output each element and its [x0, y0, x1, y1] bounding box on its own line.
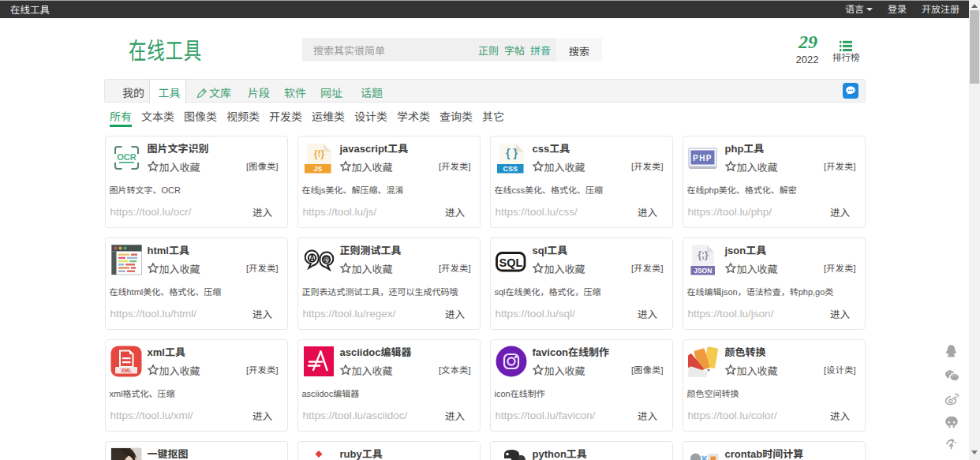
svg-text:CSS: CSS [503, 165, 518, 173]
svg-text:JSON: JSON [694, 267, 712, 275]
svg-text:JS: JS [313, 165, 322, 173]
svg-text:{!}: {!} [314, 148, 325, 159]
svg-text:{;}: {;} [698, 249, 709, 260]
svg-text:{ }: { } [506, 147, 518, 159]
svg-text:到: 到 [323, 253, 331, 264]
svg-text:PHP: PHP [693, 154, 713, 163]
svg-text:OCR: OCR [117, 152, 137, 162]
svg-text:XML: XML [121, 368, 132, 373]
svg-text:A: A [309, 254, 315, 263]
svg-text:SQL: SQL [499, 256, 523, 269]
